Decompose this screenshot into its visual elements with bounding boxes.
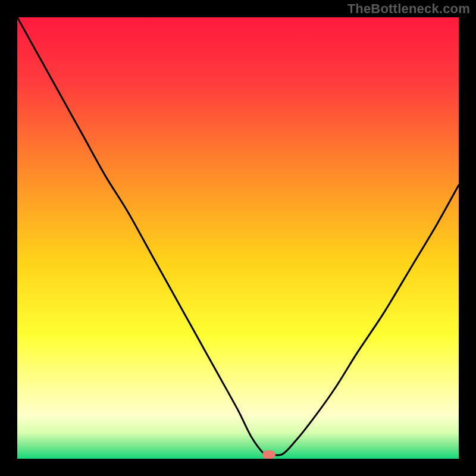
watermark-text: TheBottleneck.com	[347, 1, 470, 17]
plot-svg	[17, 17, 459, 459]
figure-frame: TheBottleneck.com	[0, 0, 476, 476]
optimal-marker	[262, 450, 275, 459]
plot-area	[17, 17, 459, 459]
background-gradient	[17, 17, 459, 459]
